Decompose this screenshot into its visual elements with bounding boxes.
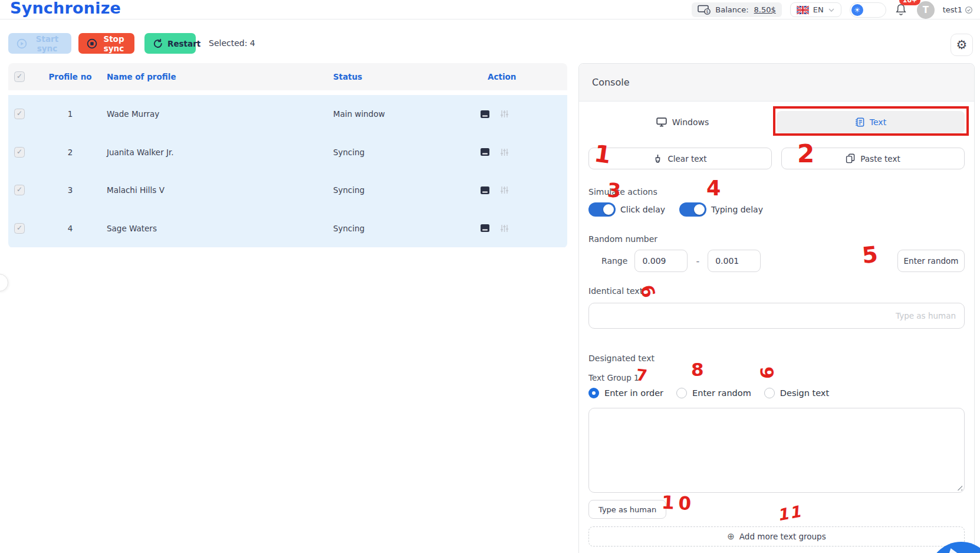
sliders-icon <box>500 148 509 156</box>
radio-enter-in-order[interactable] <box>588 388 599 398</box>
paper-plane-icon <box>948 548 963 553</box>
window-action-button[interactable] <box>480 186 490 195</box>
notification-count-badge: 10+ <box>899 0 921 5</box>
window-action-button[interactable] <box>480 110 490 119</box>
typing-delay-toggle[interactable] <box>679 202 706 217</box>
profile-status: Syncing <box>323 224 469 233</box>
play-circle-icon <box>17 38 27 49</box>
window-icon <box>480 148 490 156</box>
sliders-action-button[interactable] <box>500 110 509 118</box>
identical-text-label: Identical text <box>588 286 965 296</box>
notifications-button[interactable]: 10+ <box>895 2 909 18</box>
text-group-mode-radios: Enter in order Enter random Design text <box>588 388 965 398</box>
broom-icon <box>653 154 662 163</box>
range-label: Range <box>601 256 627 266</box>
cash-icon: $ <box>698 5 711 15</box>
profiles-table: ✓ Profile no Name of profile Status Acti… <box>8 63 567 248</box>
row-checkbox[interactable]: ✓ <box>14 223 25 234</box>
username-label: test1 <box>943 5 962 14</box>
start-sync-button[interactable]: Start sync <box>8 33 71 54</box>
identical-text-input[interactable] <box>588 303 965 329</box>
profile-status: Syncing <box>323 148 469 157</box>
table-row[interactable]: ✓ 3 Malachi Hills V Syncing <box>8 171 567 210</box>
user-menu[interactable]: test1 <box>943 5 973 14</box>
clear-text-label: Clear text <box>667 154 706 163</box>
app-logo[interactable]: Synchronize <box>10 0 121 17</box>
table-row[interactable]: ✓ 4 Sage Waters Syncing <box>8 210 567 248</box>
tab-text-label: Text <box>870 117 886 127</box>
add-more-label: Add more text groups <box>739 532 826 541</box>
table-row[interactable]: ✓ 2 Juanita Walker Jr. Syncing <box>8 133 567 172</box>
sliders-icon <box>500 186 509 194</box>
row-checkbox[interactable]: ✓ <box>14 147 25 158</box>
sliders-action-button[interactable] <box>500 224 509 233</box>
table-row[interactable]: ✓ 1 Wade Murray Main window <box>8 95 567 133</box>
profile-no: 2 <box>35 148 105 157</box>
type-as-human-button[interactable]: Type as human <box>588 500 666 519</box>
settings-button[interactable]: ⚙ <box>951 34 973 56</box>
table-header-row: ✓ Profile no Name of profile Status Acti… <box>8 63 567 90</box>
text-group-textarea[interactable] <box>588 408 965 493</box>
profile-status: Syncing <box>323 185 469 195</box>
paste-text-button[interactable]: Paste text <box>781 148 965 169</box>
restart-label: Restart <box>167 39 200 48</box>
column-header-name: Name of profile <box>105 72 323 81</box>
stop-sync-label: Stop sync <box>101 34 126 53</box>
tab-windows[interactable]: Windows <box>588 111 777 133</box>
column-header-status: Status <box>323 72 469 81</box>
profile-name: Sage Waters <box>105 224 323 233</box>
stop-circle-icon <box>87 38 97 49</box>
tab-windows-label: Windows <box>672 117 709 127</box>
balance-label: Balance: <box>715 5 748 14</box>
plus-circle-icon: ⊕ <box>727 531 735 542</box>
bell-icon <box>897 5 905 12</box>
profile-no: 1 <box>35 109 105 119</box>
row-checkbox[interactable]: ✓ <box>14 109 25 119</box>
range-separator: - <box>696 256 699 267</box>
restart-button[interactable]: Restart <box>144 33 196 54</box>
column-header-profile-no: Profile no <box>35 72 105 81</box>
enter-random-button[interactable]: Enter random <box>897 250 965 272</box>
sun-icon: ☀ <box>851 4 863 16</box>
monitor-icon <box>656 117 667 127</box>
paste-text-label: Paste text <box>860 154 900 163</box>
click-delay-label: Click delay <box>620 205 665 214</box>
profile-status: Main window <box>323 109 469 119</box>
panel-collapse-handle[interactable] <box>0 274 8 292</box>
toggle-knob <box>603 204 614 215</box>
check-circle-icon <box>965 6 973 14</box>
typing-delay-label: Typing delay <box>711 205 763 214</box>
clear-text-button[interactable]: Clear text <box>588 148 772 169</box>
window-action-button[interactable] <box>480 148 490 156</box>
language-value: EN <box>813 5 824 14</box>
radio-design-text[interactable] <box>764 388 775 398</box>
row-checkbox[interactable]: ✓ <box>14 185 25 195</box>
window-icon <box>480 110 490 119</box>
select-all-checkbox[interactable]: ✓ <box>14 71 25 82</box>
restart-icon <box>153 38 163 49</box>
balance-value[interactable]: 8.50$ <box>754 5 776 14</box>
click-delay-toggle[interactable] <box>588 202 616 217</box>
range-from-input[interactable] <box>634 250 688 272</box>
random-number-label: Random number <box>588 234 965 244</box>
avatar[interactable]: T <box>917 1 935 19</box>
svg-text:$: $ <box>706 9 709 14</box>
selected-count: Selected: 4 <box>209 38 255 48</box>
console-panel: Console Windows Text <box>578 63 975 553</box>
top-header: Synchronize $ Balance: 8.50$ EN ☀ <box>0 0 980 19</box>
add-more-text-groups-button[interactable]: ⊕ Add more text groups <box>588 526 965 547</box>
notebook-icon <box>855 117 864 127</box>
sliders-icon <box>500 110 509 118</box>
stop-sync-button[interactable]: Stop sync <box>78 33 134 54</box>
sliders-action-button[interactable] <box>500 148 509 156</box>
tab-text[interactable]: Text <box>777 111 965 133</box>
theme-toggle[interactable]: ☀ <box>850 2 886 18</box>
sliders-action-button[interactable] <box>500 186 509 194</box>
window-action-button[interactable] <box>480 224 490 233</box>
range-to-input[interactable] <box>708 250 761 272</box>
language-select[interactable]: EN <box>790 2 841 17</box>
profile-no: 4 <box>35 224 105 233</box>
balance-chip[interactable]: $ Balance: 8.50$ <box>692 2 781 17</box>
toggle-knob <box>694 204 705 215</box>
radio-enter-random[interactable] <box>676 388 687 398</box>
